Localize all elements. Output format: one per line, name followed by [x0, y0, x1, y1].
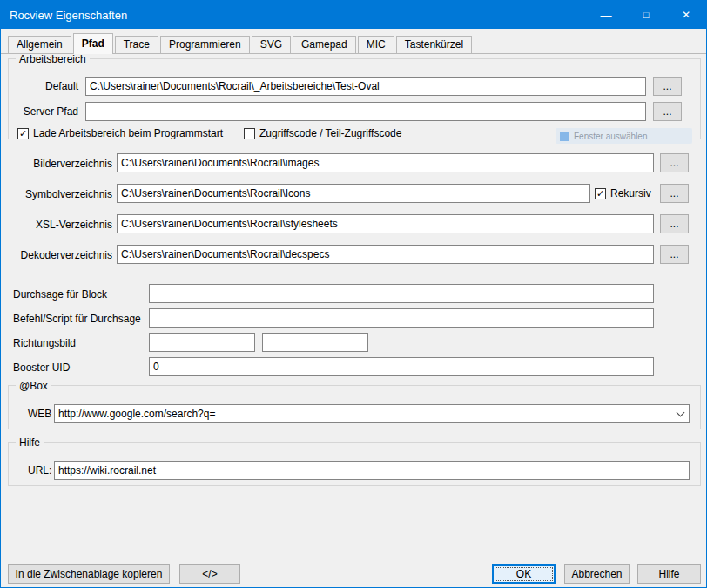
- tab-programmieren[interactable]: Programmieren: [160, 36, 250, 53]
- tab-allgemein[interactable]: Allgemein: [8, 36, 71, 53]
- hilfe-group-title: Hilfe: [16, 436, 44, 449]
- tab-gamepad[interactable]: Gamepad: [293, 36, 356, 53]
- ok-button[interactable]: OK: [492, 564, 556, 584]
- close-button[interactable]: ✕: [666, 1, 706, 29]
- dialog-window: Rocview Eigenschaften — □ ✕ Allgemein Pf…: [0, 0, 707, 588]
- symbolverzeichnis-browse-button[interactable]: ...: [660, 184, 689, 203]
- xsl-verzeichnis-browse-button[interactable]: ...: [660, 214, 689, 233]
- web-combobox[interactable]: http://www.google.com/search?q=: [54, 404, 690, 423]
- dekoderverzeichnis-browse-button[interactable]: ...: [660, 245, 689, 264]
- url-input[interactable]: [54, 461, 690, 480]
- bilderverzeichnis-browse-button[interactable]: ...: [660, 153, 689, 172]
- maximize-button[interactable]: □: [626, 1, 666, 29]
- ghost-tooltip-text: Fenster auswählen: [574, 132, 648, 141]
- server-browse-button[interactable]: ...: [653, 102, 682, 121]
- bilderverzeichnis-label: Bilderverzeichnis: [1, 158, 112, 170]
- rekursiv-checkbox[interactable]: ✓ Rekursiv: [595, 187, 651, 199]
- checkbox-mark-icon: ✓: [17, 128, 29, 139]
- ghost-tooltip: Fenster auswählen: [556, 128, 692, 144]
- window-controls: — □ ✕: [586, 1, 706, 29]
- dekoderverzeichnis-label: Dekoderverzeichnis: [1, 249, 112, 261]
- lade-arbeitsbereich-label: Lade Arbeitsbereich beim Programmstart: [33, 127, 223, 139]
- help-button[interactable]: Hilfe: [637, 564, 701, 584]
- xsl-verzeichnis-input[interactable]: [117, 214, 654, 233]
- rekursiv-label: Rekursiv: [610, 187, 651, 199]
- window-title: Rocview Eigenschaften: [1, 9, 586, 22]
- lade-arbeitsbereich-checkbox[interactable]: ✓ Lade Arbeitsbereich beim Programmstart: [17, 127, 223, 139]
- web-combobox-value: http://www.google.com/search?q=: [55, 408, 671, 420]
- xsl-verzeichnis-label: XSL-Verzeichnis: [1, 219, 112, 231]
- copy-to-clipboard-button[interactable]: In die Zwischenablage kopieren: [8, 564, 170, 584]
- ghost-window-icon: [560, 132, 569, 141]
- default-label: Default: [9, 80, 78, 92]
- richtungsbild-input-2[interactable]: [262, 333, 368, 352]
- default-path-input[interactable]: [85, 77, 646, 96]
- arbeitsbereich-group-title: Arbeitsbereich: [16, 53, 90, 65]
- checkbox-mark-icon: [244, 128, 255, 139]
- symbolverzeichnis-input[interactable]: [117, 184, 590, 203]
- web-label: WEB: [28, 408, 51, 420]
- tab-bar: Allgemein Pfad Trace Programmieren SVG G…: [8, 32, 474, 53]
- richtungsbild-input-1[interactable]: [149, 333, 255, 352]
- titlebar: Rocview Eigenschaften — □ ✕: [1, 1, 706, 29]
- atbox-group: @Box WEB http://www.google.com/search?q=: [8, 385, 701, 429]
- footer-separator: [1, 558, 707, 558]
- server-pfad-label: Server Pfad: [9, 105, 78, 118]
- dekoderverzeichnis-input[interactable]: [117, 245, 654, 264]
- befehl-script-input[interactable]: [149, 308, 654, 328]
- durchsage-block-input[interactable]: [149, 284, 654, 303]
- chevron-down-icon[interactable]: [671, 413, 689, 416]
- zugriffscode-label: Zugriffscode / Teil-Zugriffscode: [259, 127, 401, 139]
- hilfe-group: Hilfe URL:: [8, 442, 701, 486]
- symbolverzeichnis-label: Symbolverzeichnis: [1, 188, 112, 200]
- booster-uid-label: Booster UID: [13, 362, 70, 374]
- tab-svg[interactable]: SVG: [252, 36, 291, 53]
- befehl-script-label: Befehl/Script für Durchsage: [13, 313, 141, 325]
- booster-uid-input[interactable]: [149, 357, 654, 376]
- tab-trace[interactable]: Trace: [115, 36, 158, 53]
- code-button[interactable]: </>: [179, 564, 240, 584]
- server-pfad-input[interactable]: [85, 102, 646, 121]
- richtungsbild-label: Richtungsbild: [13, 337, 76, 349]
- url-label: URL:: [28, 464, 51, 476]
- tab-mic[interactable]: MIC: [358, 36, 394, 53]
- minimize-icon: —: [601, 9, 612, 22]
- zugriffscode-checkbox[interactable]: Zugriffscode / Teil-Zugriffscode: [244, 127, 401, 139]
- bilderverzeichnis-input[interactable]: [117, 153, 654, 172]
- maximize-icon: □: [643, 10, 650, 20]
- close-icon: ✕: [682, 9, 690, 21]
- default-browse-button[interactable]: ...: [653, 77, 682, 96]
- atbox-group-title: @Box: [16, 380, 51, 392]
- checkbox-mark-icon: ✓: [595, 188, 606, 199]
- tab-pfad[interactable]: Pfad: [73, 33, 113, 54]
- durchsage-block-label: Durchsage für Block: [13, 288, 107, 301]
- tab-tastenkuerzel[interactable]: Tastenkürzel: [396, 36, 472, 53]
- minimize-button[interactable]: —: [586, 1, 626, 29]
- cancel-button[interactable]: Abbrechen: [564, 564, 630, 584]
